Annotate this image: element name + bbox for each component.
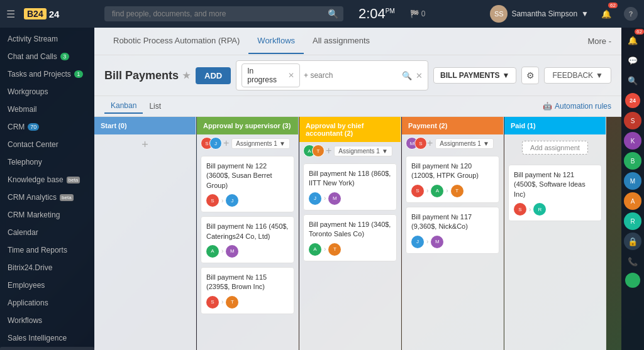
search-input[interactable]	[104, 6, 343, 21]
top-bar: ☰ B24 24 🔍 2:04PM 🏁 0 SS Samantha Simpso…	[0, 0, 644, 28]
panel-avatar-3[interactable]: B	[624, 152, 641, 170]
avatar: J	[209, 137, 222, 150]
sidebar-item-workgroups[interactable]: Workgroups	[0, 83, 94, 101]
avatars-group: S J	[201, 137, 218, 150]
kanban-card[interactable]: Bill payment № 121 (4500$, Software Idea…	[508, 165, 602, 221]
tab-rpa[interactable]: Robotic Process Automation (RPA)	[104, 28, 248, 54]
kanban-col-approval-supervisor: Approval by supervisor (3) S J + Assignm…	[197, 117, 299, 350]
b24-icon-button[interactable]: 24	[624, 92, 641, 109]
search-icon-button[interactable]: 🔍	[624, 72, 641, 89]
sidebar-item-time-reports[interactable]: Time and Reports	[0, 241, 94, 259]
app-version: 24	[49, 9, 60, 19]
view-tab-list[interactable]: List	[143, 99, 167, 113]
avatar: M	[328, 192, 341, 205]
clear-filter-icon[interactable]: ✕	[416, 71, 423, 80]
card-title: Bill payment № 121 (4500$, Software Idea…	[514, 170, 596, 199]
avatar: S	[206, 194, 219, 207]
kanban-card[interactable]: Bill payment № 118 (860$, IITT New York)…	[303, 163, 397, 211]
sidebar-item-activity-stream[interactable]: Activity Stream	[0, 30, 94, 48]
assignments-button[interactable]: Assignments 1 ▼	[231, 138, 290, 149]
chat-icon-button[interactable]: 💬	[624, 52, 641, 69]
kanban-card[interactable]: Bill payment № 115 (2395$, Brown Inc) S …	[201, 267, 294, 314]
col-header-start: Start (0)	[94, 117, 196, 134]
kanban-card[interactable]: Bill payment № 122 (3600$, Susan Berret …	[201, 156, 294, 212]
assignments-button[interactable]: Assignments 1 ▼	[334, 146, 392, 156]
notifications-button[interactable]: 🔔 62	[597, 5, 615, 23]
sidebar-item-rpa[interactable]: Robotic Process Auto... beta	[0, 347, 94, 350]
settings-button[interactable]: ⚙	[521, 67, 539, 84]
panel-avatar-1[interactable]: S	[624, 112, 641, 129]
sidebar-item-crm-marketing[interactable]: CRM Marketing	[0, 206, 94, 224]
col-add-icon[interactable]: +	[94, 134, 196, 155]
arrow-icon: ›	[221, 298, 223, 305]
sidebar-item-label: Employees	[8, 281, 45, 290]
sidebar-item-drive[interactable]: Bitrix24.Drive	[0, 259, 94, 276]
sidebar-item-webmail[interactable]: Webmail	[0, 101, 94, 118]
search-icon[interactable]: 🔍	[402, 71, 412, 80]
sidebar-item-applications[interactable]: Applications	[0, 294, 94, 312]
add-assignment-button[interactable]: Add assignment	[522, 141, 588, 155]
kanban-card[interactable]: Bill payment № 120 (1200$, HTPK Group) S…	[406, 156, 499, 203]
card-avatars: S › J	[206, 194, 289, 207]
tab-bar: Robotic Process Automation (RPA) Workflo…	[94, 28, 621, 55]
sidebar-item-contact-center[interactable]: Contact Center	[0, 136, 94, 153]
filter-search-input[interactable]	[304, 71, 398, 80]
sidebar-item-telephony[interactable]: Telephony	[0, 153, 94, 171]
sidebar-item-label: Calendar	[8, 228, 38, 237]
tasks-badge: 1	[74, 70, 83, 78]
sidebar-item-crm-analytics[interactable]: CRM Analytics beta	[0, 189, 94, 206]
sidebar-item-sales-intelligence[interactable]: Sales Intelligence	[0, 329, 94, 347]
filter-tag-in-progress[interactable]: In progress ✕	[242, 63, 300, 87]
search-icon[interactable]: 🔍	[328, 9, 338, 19]
card-avatars: S › A › T	[411, 185, 494, 197]
tab-more[interactable]: More -	[587, 36, 611, 46]
notifications-icon-button[interactable]: 🔔 62	[624, 31, 641, 49]
add-assignee-icon[interactable]: +	[326, 145, 331, 156]
panel-avatar-5[interactable]: A	[624, 192, 641, 210]
bill-payments-button[interactable]: BILL PAYMENTS ▼	[433, 67, 516, 84]
time-display: 2:04PM	[358, 6, 395, 22]
sidebar-item-label: Knowledge base	[8, 175, 64, 184]
lock-icon-button[interactable]: 🔒	[624, 232, 641, 250]
add-assignee-icon[interactable]: +	[223, 138, 229, 149]
card-title: Bill payment № 122 (3600$, Susan Berret …	[206, 161, 289, 190]
user-menu[interactable]: SS Samantha Simpson ▼	[490, 5, 589, 23]
avatars-group: M S	[406, 137, 423, 150]
feedback-button[interactable]: FEEDBACK ▼	[544, 67, 611, 84]
green-dot-button[interactable]	[625, 273, 640, 288]
automation-rules-button[interactable]: 🤖 Automation rules	[543, 102, 611, 111]
automation-rules-label: Automation rules	[555, 102, 611, 111]
assignments-button[interactable]: Assignments 1 ▼	[435, 138, 494, 149]
kanban-card[interactable]: Bill payment № 117 (9,360$, Nick&Co) J ›…	[406, 207, 499, 254]
kanban-col-paid: Paid (1) Add assignment Bill payment № 1…	[504, 117, 606, 350]
sidebar-item-label: CRM Marketing	[8, 211, 60, 219]
flag-icon: 🏁	[410, 9, 419, 18]
tab-all-assignments[interactable]: All assignments	[304, 28, 379, 54]
assignment-row: Add assignment	[504, 134, 606, 161]
arrow-icon: ›	[426, 187, 428, 194]
add-assignee-icon[interactable]: +	[427, 138, 433, 149]
panel-avatar-6[interactable]: R	[624, 212, 641, 230]
sidebar-item-workflows[interactable]: Workflows	[0, 312, 94, 329]
sidebar-item-crm[interactable]: CRM 70	[0, 118, 94, 136]
kanban-card[interactable]: Bill payment № 119 (340$, Toronto Sales …	[303, 214, 397, 261]
help-button[interactable]: ?	[624, 7, 638, 21]
sidebar-item-chat-calls[interactable]: Chat and Calls 3	[0, 48, 94, 65]
sidebar-item-knowledge-base[interactable]: Knowledge base beta	[0, 171, 94, 189]
favorite-icon[interactable]: ★	[182, 70, 191, 80]
sidebar-item-calendar[interactable]: Calendar	[0, 224, 94, 241]
filter-remove-icon[interactable]: ✕	[288, 71, 294, 80]
col-title: Payment (2)	[408, 122, 447, 129]
add-button[interactable]: ADD	[196, 67, 231, 84]
sidebar-item-employees[interactable]: Employees	[0, 276, 94, 294]
panel-avatar-2[interactable]: K	[624, 132, 641, 150]
phone-icon-button[interactable]: 📞	[624, 253, 641, 270]
hamburger-icon[interactable]: ☰	[6, 8, 15, 20]
view-tab-kanban[interactable]: Kanban	[104, 99, 143, 114]
kanban-card[interactable]: Bill payment № 116 (450$, Caterings24 Co…	[201, 216, 294, 263]
card-avatars: S › R	[514, 203, 596, 216]
avatar: T	[451, 185, 464, 197]
tab-workflows[interactable]: Workflows	[248, 28, 304, 54]
sidebar-item-tasks[interactable]: Tasks and Projects 1	[0, 65, 94, 83]
panel-avatar-4[interactable]: M	[624, 172, 641, 190]
